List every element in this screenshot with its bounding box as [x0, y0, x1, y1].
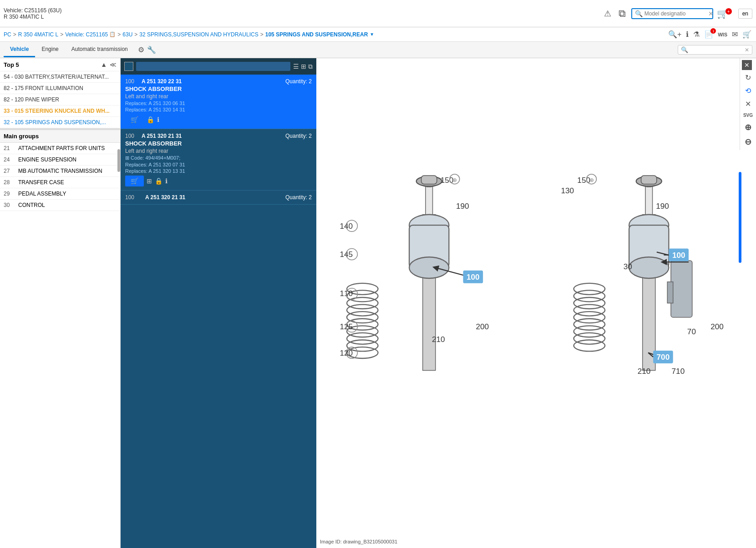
part-lock-icon-1: 🔒: [147, 116, 154, 123]
copy-icon-btn[interactable]: ⧉: [617, 6, 628, 21]
part-desc-1: Left and right rear: [125, 93, 312, 100]
breadcrumb-bar: PC > R 350 4MATIC L > Vehicle: C251165 📋…: [0, 27, 756, 42]
svg-rect-36: [671, 261, 692, 317]
sidebar-main-num-30: 30: [4, 202, 15, 208]
sidebar-main-30[interactable]: 30 CONTROL: [0, 200, 120, 211]
diagram-scroll-indicator[interactable]: [739, 172, 741, 263]
sidebar-item-4[interactable]: 33 - 015 STEERING KNUCKLE AND WH...: [0, 106, 120, 117]
parts-header-icons: ☰ ⊞ ⧉: [293, 63, 313, 70]
sidebar-main-label-29: PEDAL ASSEMBLY: [18, 191, 66, 197]
svg-text:190: 190: [656, 201, 669, 211]
settings-icon-btn[interactable]: ⚙: [138, 45, 144, 54]
part-info-icon-1: ℹ: [157, 116, 159, 123]
model-search-box: 🔍 ✕: [631, 8, 713, 19]
svg-text:130: 130: [561, 186, 574, 195]
tab-vehicle[interactable]: Vehicle: [4, 42, 35, 57]
tab-bar: Vehicle Engine Automatic transmission ⚙ …: [0, 42, 756, 58]
tab-search-icon: 🔍: [681, 46, 688, 53]
svg-text:100: 100: [672, 251, 685, 260]
svg-rect-12: [426, 183, 433, 218]
tab-search-input[interactable]: [690, 47, 745, 53]
breadcrumb-current[interactable]: 105 SPRINGS AND SUSPENSION,REAR ▼: [265, 31, 375, 38]
part-code-1: A 251 320 22 31: [142, 78, 285, 85]
part-lock-icon-2: 🔒: [155, 177, 162, 185]
sidebar-item-1[interactable]: 54 - 030 BATTERY,STARTER/ALTERNAT...: [0, 71, 120, 83]
breadcrumb-63u[interactable]: 63U: [122, 31, 132, 38]
mail-btn[interactable]: ✉: [731, 29, 739, 40]
parts-copy-icon[interactable]: ⧉: [308, 63, 313, 70]
filter-btn[interactable]: ⚗: [692, 29, 700, 40]
part-name-1: SHOCK ABSORBER: [125, 85, 312, 92]
top5-label: Top 5: [4, 61, 19, 68]
svg-text:210: 210: [638, 367, 651, 376]
part-code-3: A 251 320 21 31: [145, 194, 282, 201]
breadcrumb-r350[interactable]: R 350 4MATIC L: [18, 31, 58, 38]
tab-search-clear[interactable]: ✕: [745, 47, 749, 53]
part-cart-btn-2[interactable]: 🛒: [125, 176, 144, 186]
diag-zoom-out-btn[interactable]: ⊖: [742, 136, 754, 148]
parts-panel: ☰ ⊞ ⧉ 100 A 251 320 22 31 Quantity: 2 SH…: [121, 58, 316, 548]
sidebar-main-21[interactable]: 21 ATTACHMENT PARTS FOR UNITS: [0, 143, 120, 154]
diag-zoom-in-btn[interactable]: ⊕: [742, 121, 754, 134]
model-search-input[interactable]: [644, 10, 708, 17]
parts-list: 100 A 251 320 22 31 Quantity: 2 SHOCK AB…: [121, 75, 316, 548]
breadcrumb-pc[interactable]: PC: [4, 31, 11, 38]
part-qty-1: Quantity: 2: [285, 78, 312, 85]
top5-actions: ▲ ≪: [101, 61, 117, 68]
svg-text:100: 100: [467, 272, 480, 282]
part-replaces-2b: Replaces: A 251 320 13 31: [125, 168, 312, 174]
sidebar-main-28[interactable]: 28 TRANSFER CASE: [0, 177, 120, 188]
part-item-3[interactable]: 100 A 251 320 21 31 Quantity: 2: [121, 191, 316, 205]
sidebar-main-27[interactable]: 27 MB AUTOMATIC TRANSMISSION: [0, 166, 120, 177]
part-item-2[interactable]: 100 A 251 320 21 31 Quantity: 2 SHOCK AB…: [121, 129, 316, 191]
part-num-1: 100: [125, 78, 142, 85]
top-header: Vehicle: C251165 (63U) R 350 4MATIC L ⚠ …: [0, 0, 756, 27]
top5-header: Top 5 ▲ ≪: [0, 58, 120, 71]
wis-btn[interactable]: WIS: [717, 31, 728, 38]
sidebar-item-3[interactable]: 82 - 120 PANE WIPER: [0, 94, 120, 106]
cart-bc-btn[interactable]: 🛒: [741, 29, 752, 40]
warning-icon-btn[interactable]: ⚠: [602, 7, 613, 20]
main-layout: Top 5 ▲ ≪ 54 - 030 BATTERY,STARTER/ALTER…: [0, 58, 756, 548]
tab-autotrans[interactable]: Automatic transmission: [65, 42, 134, 57]
diag-svg-btn[interactable]: SVG: [742, 111, 754, 119]
top5-expand-btn[interactable]: ≪: [110, 61, 117, 68]
part-replaces-1a: Replaces: A 251 320 06 31: [125, 101, 312, 106]
diagram-svg: 100 100 700 150 190 140 145 110 125 120 …: [316, 58, 756, 548]
svg-rect-15: [421, 176, 437, 184]
info-btn[interactable]: ℹ: [685, 29, 690, 40]
breadcrumb-vehicle[interactable]: Vehicle: C251165 📋: [65, 31, 116, 38]
language-selector[interactable]: en: [738, 9, 752, 19]
tab-engine[interactable]: Engine: [35, 42, 65, 57]
sidebar-item-5[interactable]: 32 - 105 SPRINGS AND SUSPENSION,...: [0, 117, 120, 128]
diag-close-btn[interactable]: ✕: [742, 60, 752, 70]
add-to-cart-btn[interactable]: 🛒+: [717, 8, 735, 19]
sidebar-item-2[interactable]: 82 - 175 FRONT ILLUMINATION: [0, 83, 120, 94]
sidebar-main-label-27: MB AUTOMATIC TRANSMISSION: [18, 168, 102, 174]
part-item-1[interactable]: 100 A 251 320 22 31 Quantity: 2 SHOCK AB…: [121, 75, 316, 129]
sidebar-main-24[interactable]: 24 ENGINE SUSPENSION: [0, 154, 120, 166]
part-cart-btn-1[interactable]: 🛒: [125, 114, 144, 125]
wrench-icon-btn[interactable]: 🔧: [147, 45, 156, 54]
sidebar-scrollbar[interactable]: [117, 149, 120, 172]
sidebar-main-29[interactable]: 29 PEDAL ASSEMBLY: [0, 188, 120, 200]
document-btn[interactable]: 📄1: [703, 29, 714, 40]
diag-rotate-btn[interactable]: ↻: [742, 72, 754, 83]
parts-expand-icon[interactable]: ⊞: [301, 63, 306, 70]
part-icons-1: 🛒 🔒 ℹ: [125, 114, 312, 125]
svg-text:190: 190: [456, 201, 469, 211]
part-replaces-1b: Replaces: A 251 320 14 31: [125, 107, 312, 112]
tab-search-box: 🔍 ✕: [678, 45, 752, 55]
search-icon: 🔍: [635, 10, 643, 17]
search-clear-btn[interactable]: ✕: [708, 10, 714, 17]
diag-history-btn[interactable]: ⟲: [742, 85, 754, 96]
breadcrumb-32springs[interactable]: 32 SPRINGS,SUSPENSION AND HYDRAULICS: [139, 31, 258, 38]
part-info-icon-2: ℹ: [165, 177, 167, 185]
parts-panel-header: ☰ ⊞ ⧉: [121, 58, 316, 75]
parts-list-icon[interactable]: ☰: [293, 63, 299, 70]
zoom-in-btn[interactable]: 🔍+: [667, 29, 682, 40]
top5-collapse-btn[interactable]: ▲: [101, 61, 107, 68]
breadcrumb-tools: 🔍+ ℹ ⚗ 📄1 WIS ✉ 🛒: [667, 29, 752, 40]
diag-crosshair-btn[interactable]: ✕: [742, 98, 754, 110]
header-actions: ⚠ ⧉ 🔍 ✕ 🛒+ en: [602, 6, 752, 21]
